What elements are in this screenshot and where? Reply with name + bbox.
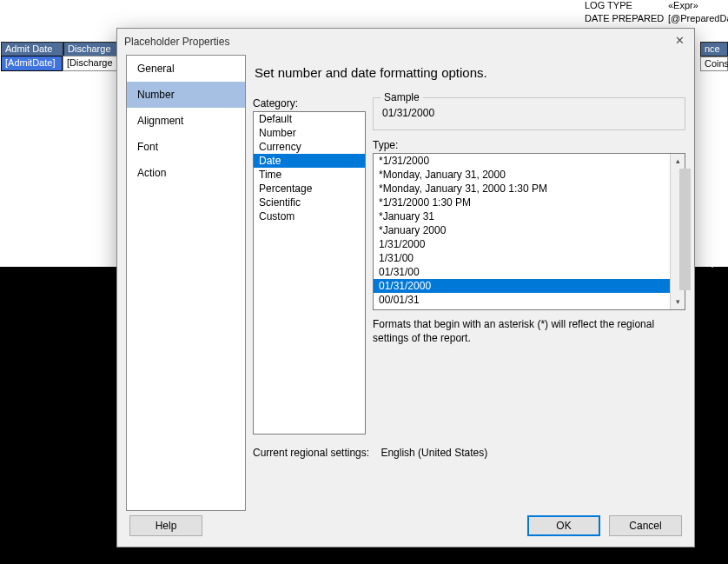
scroll-thumb[interactable] (679, 169, 691, 290)
type-item-6[interactable]: 1/31/2000 (374, 237, 670, 251)
right-column: Sample 01/31/2000 Type: *1/31/2000*Monda… (373, 97, 685, 345)
type-item-9[interactable]: 01/31/2000 (374, 279, 670, 293)
placeholder-properties-dialog: Placeholder Properties ✕ GeneralNumberAl… (116, 28, 695, 547)
regional-label: Current regional settings: (253, 447, 369, 459)
regional-value: English (United States) (381, 447, 487, 459)
nav-item-number[interactable]: Number (127, 82, 245, 108)
grid-data-row: [AdmitDate] [Discharge (1, 56, 118, 71)
bg-value-logtype: «Expr» (668, 0, 698, 13)
cancel-button[interactable]: Cancel (609, 515, 682, 536)
dialog-titlebar[interactable]: Placeholder Properties ✕ (117, 29, 694, 55)
page-title: Set number and date formatting options. (253, 58, 685, 97)
category-listbox[interactable]: DefaultNumberCurrencyDateTimePercentageS… (253, 111, 366, 435)
help-button[interactable]: Help (129, 515, 202, 536)
grid-expr-fragment: Expr» (700, 257, 728, 270)
bg-label-dateprepared: DATE PREPARED (585, 13, 668, 26)
grid-cell-admitdate[interactable]: [AdmitDate] (1, 56, 63, 71)
type-item-7[interactable]: 1/31/00 (374, 251, 670, 265)
type-item-3[interactable]: *1/31/2000 1:30 PM (374, 196, 670, 209)
ok-button[interactable]: OK (527, 515, 600, 536)
type-item-8[interactable]: 01/31/00 (374, 265, 670, 279)
nav-item-action[interactable]: Action (127, 160, 245, 186)
scroll-up-icon[interactable]: ▴ (671, 154, 685, 169)
dialog-footer: Help OK Cancel (117, 511, 694, 547)
sample-legend: Sample (381, 91, 423, 103)
category-item-scientific[interactable]: Scientific (254, 196, 365, 209)
scroll-down-icon[interactable]: ▾ (671, 295, 685, 309)
content-pane: Set number and date formatting options. … (253, 55, 685, 511)
type-item-1[interactable]: *Monday, January 31, 2000 (374, 168, 670, 182)
type-item-11[interactable]: 2000-01-31 (374, 307, 670, 309)
category-label: Category: (253, 97, 366, 111)
bg-label-logtype: LOG TYPE (585, 0, 668, 13)
nav-item-font[interactable]: Font (127, 134, 245, 160)
type-item-0[interactable]: *1/31/2000 (374, 154, 670, 168)
nav-list: GeneralNumberAlignmentFontAction (126, 55, 246, 511)
type-item-2[interactable]: *Monday, January 31, 2000 1:30 PM (374, 182, 670, 196)
type-label: Type: (373, 139, 685, 153)
close-icon[interactable]: ✕ (672, 34, 687, 50)
grid-header-fragment: nce (700, 42, 728, 56)
type-listbox[interactable]: *1/31/2000*Monday, January 31, 2000*Mond… (373, 153, 685, 310)
type-item-10[interactable]: 00/01/31 (374, 293, 670, 307)
grid-header-discharge: Discharge (63, 42, 119, 56)
nav-item-alignment[interactable]: Alignment (127, 108, 245, 134)
sample-group: Sample 01/31/2000 (373, 97, 685, 130)
category-item-currency[interactable]: Currency (254, 140, 365, 154)
category-item-time[interactable]: Time (254, 168, 365, 182)
grid-header-row: Admit Date Discharge (1, 42, 119, 56)
nav-item-general[interactable]: General (127, 56, 245, 82)
format-hint: Formats that begin with an asterisk (*) … (373, 310, 685, 345)
sample-value: 01/31/2000 (382, 107, 676, 119)
category-item-number[interactable]: Number (254, 126, 365, 140)
regional-settings-row: Current regional settings: English (Unit… (253, 435, 685, 459)
dialog-title: Placeholder Properties (124, 36, 229, 48)
bg-value-dateprepared: [@PreparedDate] (668, 13, 728, 26)
category-column: Category: DefaultNumberCurrencyDateTimeP… (253, 97, 366, 435)
grid-cell-discharge: [Discharge (63, 56, 118, 71)
dialog-body: GeneralNumberAlignmentFontAction Set num… (117, 55, 694, 511)
category-item-custom[interactable]: Custom (254, 209, 365, 223)
top-header-labels: LOG TYPE «Expr» DATE PREPARED [@Prepared… (585, 0, 728, 26)
category-item-percentage[interactable]: Percentage (254, 182, 365, 196)
grid-cell-fragment: Coins] (700, 56, 728, 71)
category-item-default[interactable]: Default (254, 112, 365, 126)
category-item-date[interactable]: Date (254, 154, 365, 168)
type-item-5[interactable]: *January 2000 (374, 223, 670, 237)
grid-header-admitdate: Admit Date (1, 42, 63, 56)
type-item-4[interactable]: *January 31 (374, 209, 670, 223)
type-scrollbar[interactable]: ▴ ▾ (670, 154, 685, 309)
